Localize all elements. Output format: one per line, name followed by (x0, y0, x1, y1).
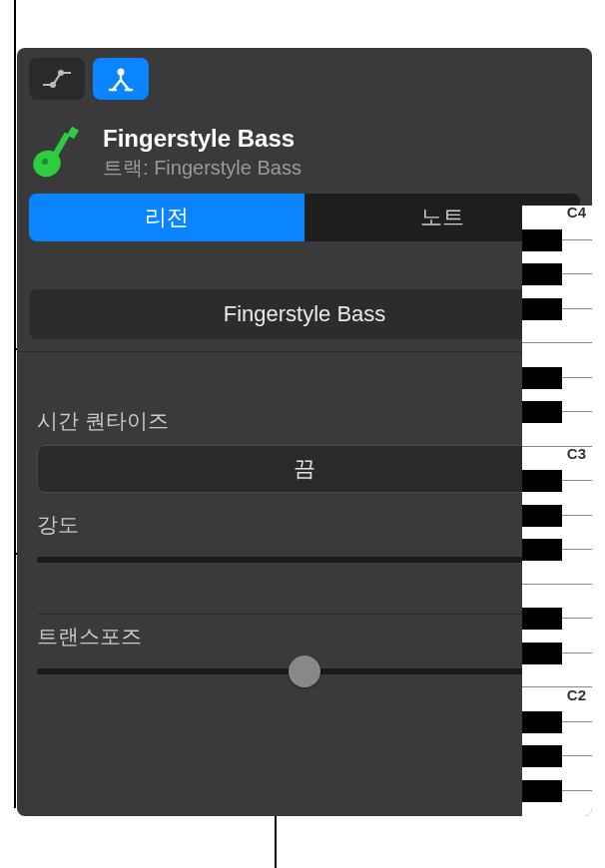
piano-black-key[interactable] (522, 401, 562, 423)
slider-knob[interactable] (289, 655, 320, 687)
tab-region[interactable]: 리전 (29, 194, 304, 241)
piano-black-key[interactable] (522, 780, 562, 802)
svg-point-1 (58, 70, 64, 76)
piano-black-key[interactable] (522, 539, 562, 561)
piano-black-key[interactable] (522, 229, 562, 251)
time-quantize-dropdown[interactable]: 끔 (37, 445, 572, 493)
strength-label: 강도 (37, 511, 79, 539)
parameters-section: 시간 퀀타이즈 끔 강도 100 트랜스포즈 0 (17, 407, 592, 674)
track-header: Fingerstyle Bass 트랙: Fingerstyle Bass (17, 110, 592, 188)
transpose-slider[interactable] (37, 668, 572, 674)
piano-black-key[interactable] (522, 745, 562, 767)
callout-line (275, 808, 277, 868)
inspector-panel: Fingerstyle Bass 트랙: Fingerstyle Bass 리전… (17, 48, 592, 816)
instrument-icon (29, 124, 87, 182)
piano-black-key[interactable] (522, 263, 562, 285)
time-quantize-label: 시간 퀀타이즈 (37, 407, 572, 435)
divider (37, 575, 572, 615)
piano-black-key[interactable] (522, 298, 562, 320)
piano-keyboard[interactable]: C4 C3 C2 (522, 206, 592, 816)
piano-black-key[interactable] (522, 470, 562, 492)
transpose-row: 트랜스포즈 0 (37, 623, 572, 674)
strength-row: 강도 100 (37, 511, 572, 563)
svg-rect-4 (50, 133, 70, 162)
piano-note-label: C3 (567, 445, 586, 462)
piano-black-key[interactable] (522, 643, 562, 664)
transpose-label: 트랜스포즈 (37, 623, 142, 651)
piano-note-label: C2 (567, 686, 586, 703)
automation-curve-button[interactable] (29, 58, 85, 100)
region-name-field[interactable]: Fingerstyle Bass (29, 289, 580, 339)
flex-button[interactable] (93, 58, 149, 100)
track-subtitle: 트랙: Fingerstyle Bass (103, 155, 580, 182)
piano-note-label: C4 (567, 204, 586, 220)
toolbar (17, 48, 592, 110)
piano-black-key[interactable] (522, 505, 562, 527)
callout-line (14, 0, 16, 808)
strength-slider[interactable] (37, 557, 572, 563)
piano-black-key[interactable] (522, 608, 562, 630)
track-info: Fingerstyle Bass 트랙: Fingerstyle Bass (103, 125, 580, 182)
svg-point-6 (42, 159, 48, 165)
time-quantize-value: 끔 (294, 454, 315, 484)
piano-black-key[interactable] (522, 367, 562, 389)
track-title: Fingerstyle Bass (103, 125, 580, 153)
svg-point-0 (50, 82, 56, 88)
region-note-tabs: 리전 노트 (29, 194, 580, 241)
piano-black-key[interactable] (522, 711, 562, 733)
divider (17, 351, 592, 389)
